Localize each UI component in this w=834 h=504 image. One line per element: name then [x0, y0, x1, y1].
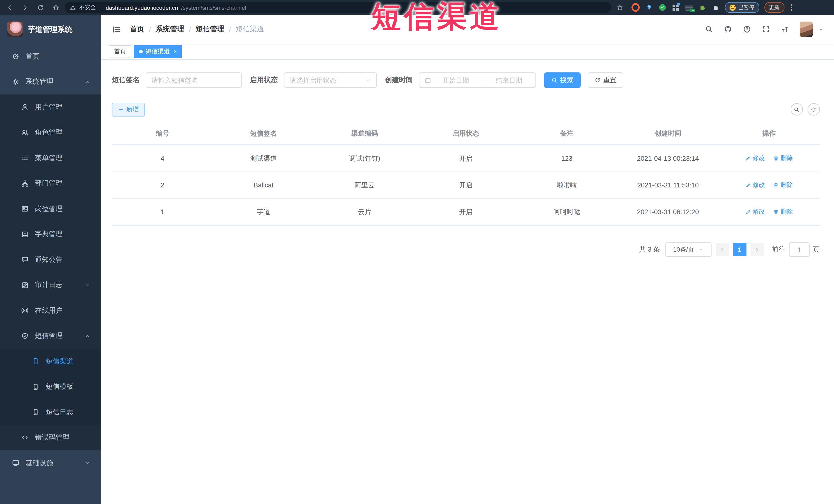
sign-input[interactable]	[151, 76, 236, 84]
cell-created: 2021-03-31 11:53:10	[617, 172, 719, 198]
sidebar-item-sms-channel[interactable]: 短信渠道	[0, 349, 101, 374]
extensions-puzzle-icon[interactable]	[711, 3, 720, 12]
bookmark-star-icon[interactable]	[617, 4, 623, 11]
browser-back-button[interactable]	[4, 2, 16, 13]
tab-close-icon[interactable]: ×	[174, 48, 177, 54]
cell-status: 开启	[415, 145, 517, 172]
sidebar-logo[interactable]: 芋道管理系统	[0, 15, 101, 44]
sidebar-item-home[interactable]: 首页	[0, 44, 101, 69]
tab-home[interactable]: 首页	[109, 45, 131, 58]
sidebar-item-online-users[interactable]: 在线用户	[0, 298, 101, 323]
browser-forward-button[interactable]	[20, 2, 31, 13]
sidebar-item-sms-template[interactable]: 短信模板	[0, 374, 101, 399]
breadcrumb-sms[interactable]: 短信管理	[196, 25, 224, 34]
shield-icon	[21, 332, 29, 340]
sidebar-item-errorcode[interactable]: 错误码管理	[0, 425, 101, 450]
table-toolbar: 新增	[112, 102, 820, 116]
edit-link[interactable]: 修改	[745, 181, 765, 190]
cell-sign: Ballcat	[213, 172, 314, 198]
edit-link[interactable]: 修改	[745, 154, 765, 163]
sidebar-item-label: 字典管理	[35, 230, 63, 239]
paused-label: 已暂停	[738, 4, 754, 11]
browser-address-bar[interactable]: 不安全 dashboard.yudao.iocoder.cn/system/sm…	[65, 2, 611, 13]
sidebar-item-depts[interactable]: 部门管理	[0, 171, 101, 196]
tab-label: 短信渠道	[145, 47, 170, 56]
emoji-avatar-icon	[729, 4, 736, 10]
header-search-icon[interactable]	[705, 25, 713, 34]
breadcrumb-system[interactable]: 系统管理	[156, 25, 184, 34]
phone-icon	[32, 409, 40, 416]
tab-sms-channel[interactable]: 短信渠道 ×	[134, 45, 182, 58]
goto-label: 前往	[772, 245, 785, 254]
cell-id: 4	[112, 145, 213, 172]
add-button[interactable]: 新增	[112, 103, 145, 116]
sidebar-item-posts[interactable]: 岗位管理	[0, 196, 101, 222]
page-size-select[interactable]: 10条/页	[665, 242, 711, 257]
prev-page-button[interactable]	[716, 243, 729, 256]
cell-actions: 修改 删除	[719, 145, 820, 172]
profile-paused-badge[interactable]: 已暂停	[725, 2, 759, 13]
reset-button[interactable]: 重置	[588, 72, 623, 88]
phone-icon	[32, 358, 40, 365]
status-select-input[interactable]	[289, 76, 366, 84]
sidebar-item-dict[interactable]: 字典管理	[0, 222, 101, 247]
chevron-down-icon	[85, 282, 90, 288]
font-size-icon[interactable]	[781, 25, 789, 34]
browser-home-button[interactable]	[50, 2, 62, 13]
sidebar: 芋道管理系统 首页 系统管理 用户管理 角色管理 菜单管理	[0, 15, 101, 504]
extension-orange-icon[interactable]	[632, 3, 640, 12]
refresh-table-button[interactable]	[807, 103, 820, 115]
chevron-left-icon	[719, 247, 725, 253]
online-signal-icon	[21, 307, 29, 314]
help-icon[interactable]	[743, 25, 751, 34]
security-label[interactable]: 不安全	[79, 4, 96, 11]
sidebar-item-label: 部门管理	[35, 179, 63, 188]
date-range-picker[interactable]: -	[419, 72, 536, 88]
fullscreen-icon[interactable]	[762, 25, 770, 34]
page-unit-label: 页	[813, 245, 820, 254]
page-number-1[interactable]: 1	[733, 243, 746, 256]
monitor-icon	[12, 459, 20, 467]
sidebar-item-sms-log[interactable]: 短信日志	[0, 399, 101, 425]
sidebar-toggle-icon[interactable]	[108, 21, 125, 38]
sidebar-item-sms[interactable]: 短信管理	[0, 323, 101, 349]
browser-reload-button[interactable]	[35, 2, 46, 13]
search-form: 短信签名 启用状态 创建时间 -	[112, 72, 820, 88]
delete-link[interactable]: 删除	[773, 154, 793, 163]
sidebar-item-infrastructure[interactable]: 基础设施	[0, 450, 101, 476]
browser-menu-icon[interactable]	[790, 4, 792, 11]
delete-link[interactable]: 删除	[773, 207, 793, 216]
extension-grid-icon[interactable]	[672, 3, 680, 12]
cell-code: 阿里云	[314, 172, 415, 198]
browser-update-button[interactable]: 更新	[764, 2, 784, 13]
goto-page-input[interactable]	[789, 242, 809, 257]
breadcrumb-home[interactable]: 首页	[130, 25, 144, 34]
sidebar-item-notice[interactable]: 通知公告	[0, 247, 101, 272]
end-date-input[interactable]	[488, 76, 531, 84]
github-icon[interactable]	[724, 25, 732, 34]
caret-down-icon[interactable]	[818, 26, 824, 32]
status-select[interactable]	[284, 72, 377, 88]
extension-green-puzzle-icon[interactable]	[698, 3, 706, 12]
sidebar-item-users[interactable]: 用户管理	[0, 94, 101, 120]
delete-link[interactable]: 删除	[773, 181, 793, 190]
range-separator: -	[480, 76, 485, 84]
browser-nav-buttons	[4, 2, 62, 13]
main-area: 首页 / 系统管理 / 短信管理 / 短信渠道	[101, 15, 834, 504]
sidebar-item-menus[interactable]: 菜单管理	[0, 145, 101, 171]
next-page-button[interactable]	[750, 243, 764, 256]
chevron-up-icon	[85, 333, 90, 339]
start-date-input[interactable]	[434, 76, 477, 84]
sidebar-item-label: 在线用户	[35, 306, 63, 315]
edit-link[interactable]: 修改	[745, 207, 765, 216]
delete-icon	[773, 209, 779, 215]
search-button[interactable]: 搜索	[544, 72, 580, 88]
user-avatar[interactable]	[799, 22, 812, 37]
toggle-search-button[interactable]	[790, 103, 803, 115]
extension-on-badge-icon[interactable]: on	[685, 3, 693, 12]
sidebar-item-auditlog[interactable]: 审计日志	[0, 272, 101, 298]
extension-check-icon[interactable]	[658, 3, 666, 12]
sidebar-item-system[interactable]: 系统管理	[0, 69, 101, 94]
sidebar-item-roles[interactable]: 角色管理	[0, 120, 101, 145]
extension-pin-icon[interactable]	[645, 3, 653, 12]
